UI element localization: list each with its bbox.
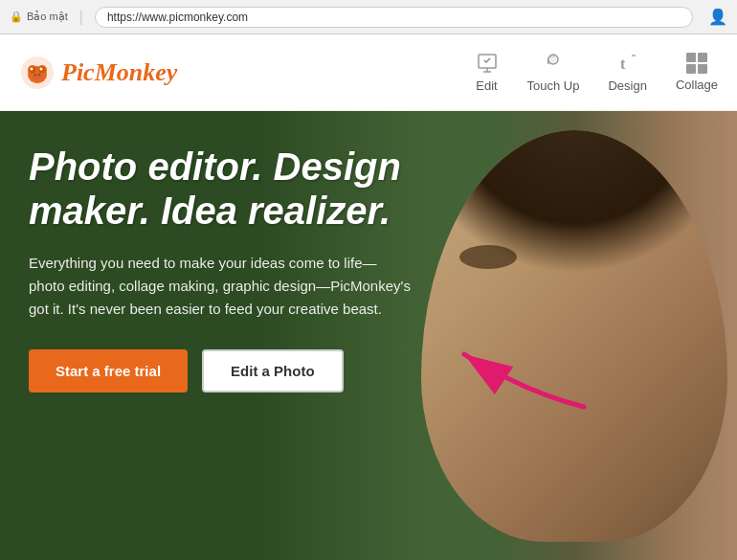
hero-content: Photo editor. Design maker. Idea realize… bbox=[0, 111, 459, 421]
edit-icon bbox=[476, 52, 499, 75]
collage-icon bbox=[686, 53, 707, 74]
nav-label-collage: Collage bbox=[676, 78, 718, 92]
profile-icon: 👤 bbox=[708, 8, 727, 26]
start-trial-button[interactable]: Start a free trial bbox=[29, 349, 188, 392]
touchup-icon bbox=[542, 52, 565, 75]
nav-item-design[interactable]: t Design bbox=[608, 52, 646, 93]
svg-point-11 bbox=[38, 73, 40, 75]
nav-label-design: Design bbox=[608, 78, 646, 93]
logo-area[interactable]: PicMonkey bbox=[19, 55, 177, 91]
svg-point-6 bbox=[31, 67, 34, 70]
address-bar[interactable]: https://www.picmonkey.com bbox=[95, 7, 693, 28]
lock-icon: 🔒 bbox=[10, 11, 23, 23]
edit-photo-button[interactable]: Edit a Photo bbox=[202, 349, 344, 392]
svg-point-9 bbox=[33, 74, 42, 79]
navbar: PicMonkey Edit Touch Up bbox=[0, 34, 737, 111]
svg-text:t: t bbox=[620, 56, 626, 72]
arrow-svg bbox=[412, 340, 603, 416]
hero-subtitle: Everything you need to make your ideas c… bbox=[29, 252, 412, 321]
url-text: https://www.picmonkey.com bbox=[107, 11, 248, 24]
nav-item-collage[interactable]: Collage bbox=[676, 53, 718, 92]
separator: | bbox=[79, 9, 83, 26]
site-wrapper: PicMonkey Edit Touch Up bbox=[0, 34, 737, 560]
arrow-annotation bbox=[412, 340, 603, 416]
nav-items: Edit Touch Up t Design bbox=[476, 52, 718, 93]
hero-title: Photo editor. Design maker. Idea realize… bbox=[29, 145, 431, 233]
security-label: Bảo mật bbox=[27, 11, 68, 23]
logo-text: PicMonkey bbox=[61, 58, 177, 87]
nav-item-touchup[interactable]: Touch Up bbox=[527, 52, 580, 93]
design-icon: t bbox=[616, 52, 639, 75]
security-badge: 🔒 Bảo mật bbox=[10, 11, 68, 23]
svg-point-7 bbox=[40, 67, 43, 70]
nav-item-edit[interactable]: Edit bbox=[476, 52, 499, 93]
nav-label-touchup: Touch Up bbox=[527, 78, 580, 93]
monkey-logo-icon bbox=[19, 55, 56, 91]
hero-section: Photo editor. Design maker. Idea realize… bbox=[0, 111, 737, 560]
nav-label-edit: Edit bbox=[476, 78, 497, 93]
hero-face bbox=[421, 130, 727, 542]
hero-buttons: Start a free trial Edit a Photo bbox=[29, 349, 431, 392]
svg-point-10 bbox=[34, 73, 36, 75]
browser-chrome: 🔒 Bảo mật | https://www.picmonkey.com 👤 bbox=[0, 0, 737, 34]
